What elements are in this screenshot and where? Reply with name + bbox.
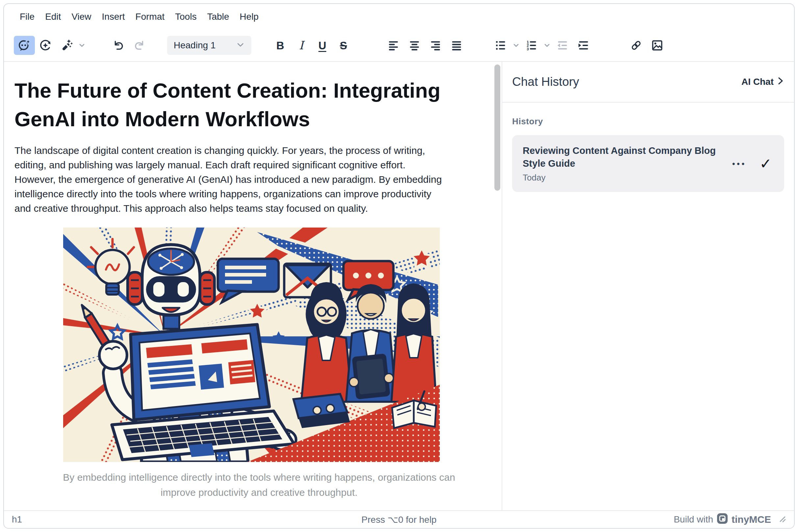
svg-text:3: 3 xyxy=(527,47,528,51)
menu-view[interactable]: View xyxy=(66,8,96,25)
bullet-list-button[interactable] xyxy=(490,36,511,55)
menu-help[interactable]: Help xyxy=(235,8,264,25)
numbered-list-chevron-icon[interactable] xyxy=(542,36,552,55)
branding-prefix: Build with xyxy=(674,514,713,525)
bullet-list-icon xyxy=(494,38,507,52)
redo-icon xyxy=(133,38,146,52)
image-icon xyxy=(650,38,664,52)
editor-scrollbar xyxy=(493,62,502,510)
underline-icon: U xyxy=(318,40,326,51)
history-section-label: History xyxy=(512,116,784,127)
editor-content-area[interactable]: The Future of Content Creation: Integrat… xyxy=(4,62,493,510)
menu-edit[interactable]: Edit xyxy=(40,8,66,25)
menu-bar: File Edit View Insert Format Tools Table… xyxy=(4,4,794,30)
menu-file[interactable]: File xyxy=(15,8,40,25)
link-icon xyxy=(629,38,643,52)
ai-wand-chevron-icon[interactable] xyxy=(77,36,87,55)
align-right-button[interactable] xyxy=(425,36,446,55)
status-bar: h1 Press ⌥0 for help Build with tinyMCE xyxy=(4,510,794,528)
sidebar-header: Chat History AI Chat xyxy=(502,62,794,102)
sidebar-header-divider xyxy=(502,102,794,102)
sidebar-title: Chat History xyxy=(512,75,579,89)
undo-icon xyxy=(112,38,125,52)
ai-wand-button[interactable] xyxy=(56,36,77,55)
format-select-value: Heading 1 xyxy=(174,40,216,51)
document-illustration[interactable] xyxy=(63,228,440,462)
ai-shortcuts-icon xyxy=(38,38,52,52)
bold-icon: B xyxy=(276,40,284,51)
format-select[interactable]: Heading 1 xyxy=(167,36,251,55)
numbered-list-icon: 1 2 3 xyxy=(525,38,538,52)
bullet-list-chevron-icon[interactable] xyxy=(511,36,521,55)
tinymce-logo-icon xyxy=(717,513,728,526)
align-right-icon xyxy=(429,38,442,52)
justify-icon xyxy=(450,38,463,52)
ai-shortcuts-button[interactable] xyxy=(35,36,56,55)
history-item-date: Today xyxy=(523,173,732,183)
italic-button[interactable]: I xyxy=(291,36,312,55)
menu-tools[interactable]: Tools xyxy=(170,8,202,25)
justify-button[interactable] xyxy=(446,36,467,55)
menu-table[interactable]: Table xyxy=(202,8,235,25)
image-caption[interactable]: By embedding intelligence directly into … xyxy=(15,470,493,500)
chevron-right-icon xyxy=(777,76,784,88)
strikethrough-icon: S xyxy=(340,40,347,51)
editor-window: File Edit View Insert Format Tools Table… xyxy=(3,3,795,529)
menu-insert[interactable]: Insert xyxy=(97,8,130,25)
history-item-menu-icon[interactable]: ••• xyxy=(732,159,746,168)
strikethrough-button[interactable]: S xyxy=(333,36,354,55)
menu-format[interactable]: Format xyxy=(130,8,170,25)
help-shortcut-text: Press ⌥0 for help xyxy=(361,514,437,525)
history-item-check-icon: ✓ xyxy=(760,156,772,171)
numbered-list-button[interactable]: 1 2 3 xyxy=(521,36,542,55)
select-chevron-icon xyxy=(236,40,245,50)
resize-grip-icon[interactable] xyxy=(778,514,786,525)
align-left-icon xyxy=(387,38,400,52)
align-center-button[interactable] xyxy=(404,36,425,55)
element-path[interactable]: h1 xyxy=(12,514,22,525)
ai-chat-button[interactable] xyxy=(14,36,35,55)
history-item[interactable]: Reviewing Content Against Company Blog S… xyxy=(512,135,784,192)
ai-wand-icon xyxy=(59,38,73,52)
genai-poster-graphic xyxy=(63,228,440,462)
align-left-button[interactable] xyxy=(383,36,404,55)
history-item-title: Reviewing Content Against Company Blog S… xyxy=(523,144,727,170)
document-paragraph[interactable]: The landscape of digital content creatio… xyxy=(15,144,493,216)
underline-button[interactable]: U xyxy=(312,36,333,55)
undo-button[interactable] xyxy=(108,36,129,55)
redo-button[interactable] xyxy=(129,36,150,55)
link-button[interactable] xyxy=(626,36,647,55)
indent-icon xyxy=(577,38,591,52)
italic-icon: I xyxy=(299,40,303,51)
ai-chat-link[interactable]: AI Chat xyxy=(741,76,784,88)
branding-name: tinyMCE xyxy=(731,514,771,525)
chat-history-sidebar: Chat History AI Chat History Reviewing C… xyxy=(502,62,794,510)
toolbar: Heading 1 B I U S xyxy=(4,30,794,62)
outdent-button[interactable] xyxy=(552,36,573,55)
insert-image-button[interactable] xyxy=(647,36,668,55)
bold-button[interactable]: B xyxy=(270,36,291,55)
align-center-icon xyxy=(408,38,421,52)
main-region: The Future of Content Creation: Integrat… xyxy=(4,62,794,510)
indent-button[interactable] xyxy=(573,36,594,55)
scrollbar-thumb[interactable] xyxy=(495,64,500,191)
ai-chat-icon xyxy=(17,38,31,52)
document-heading[interactable]: The Future of Content Creation: Integrat… xyxy=(15,76,493,133)
outdent-icon xyxy=(556,38,569,52)
